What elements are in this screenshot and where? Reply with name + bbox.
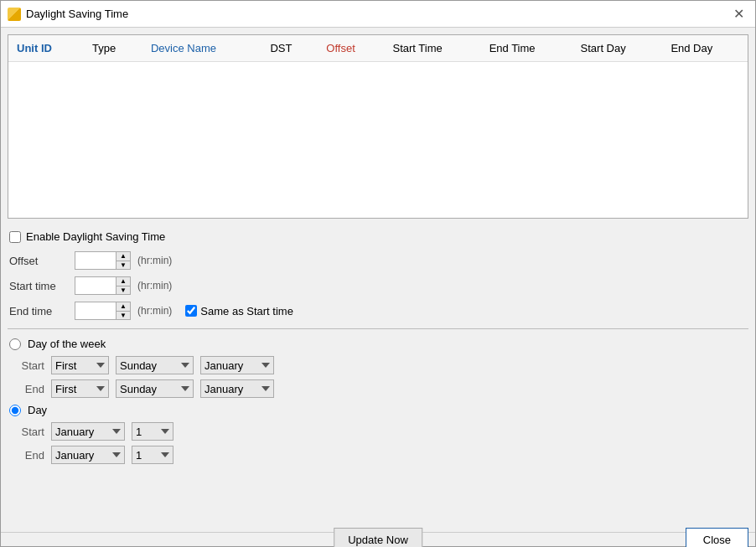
offset-spin-down[interactable]: ▼ [117, 261, 130, 269]
data-table-container: Unit ID Type Device Name DST Offset Star… [8, 34, 748, 219]
day-start-month-select[interactable]: JanuaryFebruaryMarch AprilMayJune JulyAu… [51, 422, 125, 441]
content-area: Unit ID Type Device Name DST Offset Star… [1, 28, 755, 532]
end-time-input[interactable]: 00:00 [75, 302, 116, 319]
col-start-time: Start Time [384, 35, 480, 62]
devices-table: Unit ID Type Device Name DST Offset Star… [8, 35, 748, 62]
col-end-day: End Day [662, 35, 748, 62]
offset-spinners: ▲ ▼ [116, 252, 130, 269]
dow-start-label: Start [9, 359, 44, 372]
window-icon [8, 8, 21, 21]
window-title: Daylight Saving Time [26, 8, 728, 20]
offset-label: Offset [9, 255, 68, 267]
offset-unit-label: (hr:min) [137, 255, 172, 266]
same-as-start-group: Same as Start time [185, 305, 293, 317]
offset-input[interactable]: 00:00 [75, 252, 116, 269]
main-window: Daylight Saving Time ✕ Unit ID Type Devi… [0, 0, 756, 547]
offset-row: Offset 00:00 ▲ ▼ (hr:min) [8, 248, 748, 273]
day-end-label: End [9, 449, 44, 462]
offset-spin-up[interactable]: ▲ [117, 252, 130, 261]
day-start-day-select[interactable]: 1234 5678 9101112 131415 [132, 422, 173, 441]
start-time-spin-down[interactable]: ▼ [117, 286, 130, 294]
bottom-bar: Update Now Close [1, 532, 755, 546]
col-dst: DST [261, 35, 318, 62]
dow-end-month-select[interactable]: JanuaryFebruaryMarch AprilMayJune JulyAu… [200, 379, 274, 398]
day-end-day-select[interactable]: 1234 5678 9101112 131415 [132, 446, 173, 464]
dow-start-row: Start First Second Third Fourth Last Sun… [8, 353, 748, 377]
dow-end-label: End [9, 383, 44, 395]
dow-start-weekday-select[interactable]: Sunday Monday Tuesday Wednesday Thursday… [116, 356, 194, 374]
day-of-week-radio-row: Day of the week [8, 334, 748, 353]
day-start-label: Start [9, 426, 44, 438]
col-start-day: Start Day [572, 35, 663, 62]
offset-input-group: 00:00 ▲ ▼ [75, 251, 131, 270]
col-offset: Offset [318, 35, 384, 62]
spacer [8, 473, 748, 525]
day-of-week-radio[interactable] [9, 338, 21, 350]
separator-1 [8, 328, 748, 329]
day-radio[interactable] [9, 405, 21, 416]
end-time-spin-down[interactable]: ▼ [117, 311, 130, 319]
enable-dst-label[interactable]: Enable Daylight Saving Time [26, 230, 165, 243]
settings-area: Enable Daylight Saving Time Offset 00:00… [8, 225, 748, 467]
dow-end-row: End First Second Third Fourth Last Sunda… [8, 377, 748, 400]
day-start-row: Start JanuaryFebruaryMarch AprilMayJune … [8, 420, 748, 443]
start-time-input[interactable]: 00:00 [75, 277, 116, 294]
table-header-row: Unit ID Type Device Name DST Offset Star… [8, 35, 748, 62]
dow-start-order-select[interactable]: First Second Third Fourth Last [51, 356, 109, 374]
same-as-start-checkbox[interactable] [185, 305, 197, 317]
dow-end-order-select[interactable]: First Second Third Fourth Last [51, 379, 109, 398]
end-time-spin-up[interactable]: ▲ [117, 302, 130, 311]
col-type: Type [84, 35, 142, 62]
dow-start-month-select[interactable]: JanuaryFebruaryMarch AprilMayJune JulyAu… [200, 356, 274, 374]
col-end-time: End Time [481, 35, 572, 62]
end-time-unit-label: (hr:min) [137, 305, 172, 317]
same-as-start-label[interactable]: Same as Start time [200, 305, 293, 317]
day-radio-row: Day [8, 400, 748, 420]
start-time-spinners: ▲ ▼ [116, 277, 130, 294]
start-time-input-group: 00:00 ▲ ▼ [75, 276, 131, 295]
end-time-row: End time 00:00 ▲ ▼ (hr:min) Same as Star… [8, 298, 748, 323]
close-button[interactable]: Close [686, 528, 748, 547]
day-radio-label[interactable]: Day [28, 404, 47, 416]
start-time-label: Start time [9, 280, 68, 292]
enable-dst-checkbox[interactable] [9, 231, 21, 243]
table-header: Unit ID Type Device Name DST Offset Star… [8, 35, 748, 62]
start-time-unit-label: (hr:min) [137, 280, 172, 292]
end-time-label: End time [9, 305, 68, 317]
update-now-button[interactable]: Update Now [334, 528, 422, 547]
day-of-week-radio-label[interactable]: Day of the week [28, 338, 106, 350]
end-time-input-group: 00:00 ▲ ▼ [75, 302, 131, 320]
col-unit-id: Unit ID [8, 35, 84, 62]
start-time-row: Start time 00:00 ▲ ▼ (hr:min) [8, 273, 748, 298]
title-bar: Daylight Saving Time ✕ [1, 1, 755, 28]
day-end-month-select[interactable]: JanuaryFebruaryMarch AprilMayJune JulyAu… [51, 446, 125, 464]
col-device-name: Device Name [142, 35, 261, 62]
day-end-row: End JanuaryFebruaryMarch AprilMayJune Ju… [8, 443, 748, 467]
end-time-spinners: ▲ ▼ [116, 302, 130, 319]
start-time-spin-up[interactable]: ▲ [117, 277, 130, 286]
window-close-button[interactable]: ✕ [728, 4, 748, 24]
enable-dst-row: Enable Daylight Saving Time [8, 225, 748, 248]
dow-end-weekday-select[interactable]: Sunday Monday Tuesday Wednesday Thursday… [116, 379, 194, 398]
